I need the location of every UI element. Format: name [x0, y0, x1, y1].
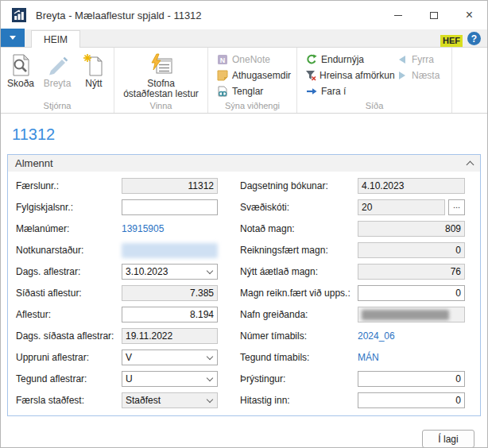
temperature-in-label: Hitastig inn: [240, 395, 358, 406]
field-row: Hitastig inn: 0 [240, 392, 475, 408]
onenote-button: N OneNote [216, 52, 291, 68]
group-label-work: Vinna [114, 99, 207, 113]
app-logo-icon[interactable] [12, 8, 26, 22]
field-row: Dagsetning bókunar: 4.10.2023 [240, 178, 475, 194]
reading-type-select[interactable]: U [122, 371, 218, 387]
field-row: Færsla staðfest: Staðfest [16, 392, 240, 408]
collapse-chevron-icon[interactable] [467, 160, 474, 168]
minimize-icon [394, 15, 402, 16]
titlebar: Breyta - Mælaaflestur spjald - 11312 × [1, 1, 487, 29]
invoiced-quantity-field: 0 [358, 242, 465, 258]
field-row: Númer tímabils: 2024_06 [240, 328, 475, 344]
minimize-button[interactable] [380, 1, 416, 29]
area-code-lookup-button[interactable]: ... [448, 199, 465, 215]
view-button[interactable]: Skoða [3, 50, 38, 89]
tab-home[interactable]: HEIM [31, 30, 80, 48]
page-title: 11312 [12, 126, 487, 144]
meter-no-label: Mælanúmer: [16, 223, 122, 234]
clear-filter-icon [305, 70, 316, 81]
payer-name-redacted [362, 310, 449, 320]
close-button[interactable]: × [451, 1, 487, 29]
dialog-footer: Í lagi [1, 416, 487, 448]
pressure-field[interactable]: 0 [358, 371, 465, 387]
chevron-down-icon [10, 36, 16, 40]
period-type-label: Tegund tímabils: [240, 352, 358, 363]
ok-button[interactable]: Í lagi [422, 430, 474, 448]
ribbon-group-manage: Skoða Breyta [1, 48, 114, 113]
close-icon: × [466, 9, 473, 21]
period-type-link[interactable]: MÁN [358, 352, 379, 363]
general-fasttab-header[interactable]: Almennt [8, 155, 480, 172]
svg-text:N: N [220, 56, 226, 64]
chevron-down-icon [207, 353, 213, 359]
chevron-down-icon [207, 267, 213, 273]
window-title: Breyta - Mælaaflestur spjald - 11312 [36, 10, 380, 21]
reading-date-select[interactable]: 3.10.2023 [122, 264, 218, 280]
entry-no-label: Færslunr.: [16, 180, 122, 191]
period-no-link[interactable]: 2024_06 [358, 330, 395, 342]
goto-button[interactable]: Fara í [305, 83, 394, 99]
next-button: Næsta [396, 68, 440, 83]
general-fasttab-body: Færslunr.: 11312 Fylgiskjalsnr.: Mælanúm… [8, 172, 480, 415]
payer-name-label: Nafn greiðanda: [240, 309, 358, 320]
group-label-page: Síða [297, 99, 451, 113]
temperature-in-field[interactable]: 0 [358, 392, 465, 408]
reading-type-label: Tegund aflestrar: [16, 373, 122, 384]
clear-filter-button[interactable]: Hreinsa afmörkun [305, 68, 394, 83]
reading-origin-value: V [126, 352, 132, 363]
reading-type-value: U [126, 373, 133, 384]
field-row: Aflestur: 8.194 [16, 307, 240, 322]
usage-location-field-redacted[interactable] [122, 243, 218, 258]
refresh-label: Endurnýja [321, 54, 364, 65]
field-row: Svæðiskóti: 20 ... [240, 199, 475, 215]
qty-invoiced-at-setup-field[interactable]: 0 [358, 285, 465, 301]
create-unconfirmed-reading-button[interactable]: Stofna óstaðfestan lestur [115, 50, 207, 99]
field-row: Reikningsfært magn: 0 [240, 242, 475, 258]
previous-button: Fyrra [396, 52, 440, 68]
posting-date-field: 4.10.2023 [358, 178, 465, 194]
usage-location-label: Notkunarstaður: [16, 245, 122, 256]
field-column-right: Dagsetning bókunar: 4.10.2023 Svæðiskóti… [240, 178, 475, 408]
chevron-down-icon [207, 374, 213, 380]
links-label: Tenglar [232, 86, 263, 97]
meter-no-link[interactable]: 13915905 [122, 223, 164, 234]
help-button[interactable]: ? [467, 32, 481, 45]
reading-origin-select[interactable]: V [122, 350, 218, 365]
sticky-note-icon [216, 70, 229, 81]
last-reading-date-label: Dags. síðasta aflestrar: [16, 330, 122, 342]
posting-date-label: Dagsetning bókunar: [240, 180, 358, 191]
field-row: Dags. síðasta aflestrar: 19.11.2022 [16, 328, 240, 344]
entry-no-field: 11312 [122, 178, 218, 194]
entry-confirmed-label: Færsla staðfest: [16, 395, 122, 406]
area-code-wrap: 20 ... [358, 199, 465, 215]
chevron-down-icon [207, 396, 213, 402]
field-row: Færslunr.: 11312 [16, 178, 240, 194]
reading-field[interactable]: 8.194 [122, 307, 218, 322]
ribbon-tab-row: HEIM HEF ? [1, 29, 487, 48]
previous-label: Fyrra [412, 54, 434, 65]
field-row: Síðasti aflestur: 7.385 [16, 285, 240, 301]
notes-button[interactable]: Athugasemdir [216, 68, 291, 83]
maximize-button[interactable] [416, 1, 451, 29]
links-button[interactable]: Tenglar [216, 83, 291, 99]
window-controls: × [380, 1, 487, 29]
refresh-button[interactable]: Endurnýja [305, 52, 394, 68]
refresh-icon [305, 54, 318, 65]
edit-button: Breyta [40, 50, 75, 89]
field-row: Uppruni aflestrar: V [16, 350, 240, 365]
document-no-field[interactable] [122, 199, 218, 215]
period-no-label: Númer tímabils: [240, 330, 358, 342]
field-row: Nýtt áætlað magn: 76 [240, 264, 475, 280]
new-button-label: Nýtt [85, 79, 102, 89]
reading-date-value: 3.10.2023 [126, 266, 168, 277]
onenote-icon: N [216, 54, 229, 65]
link-icon [216, 86, 229, 97]
goto-arrow-icon [305, 86, 318, 97]
lightning-form-icon [149, 52, 173, 79]
last-reading-date-field: 19.11.2022 [122, 328, 218, 344]
new-button[interactable]: Nýtt [76, 50, 111, 89]
application-menu-button[interactable] [1, 29, 25, 47]
field-row: Tegund tímabils: MÁN [240, 350, 475, 365]
ribbon-group-show-attachments: N OneNote Athugasemdir [208, 48, 297, 113]
create-unconfirmed-reading-label-line2: óstaðfestan lestur [123, 89, 199, 99]
